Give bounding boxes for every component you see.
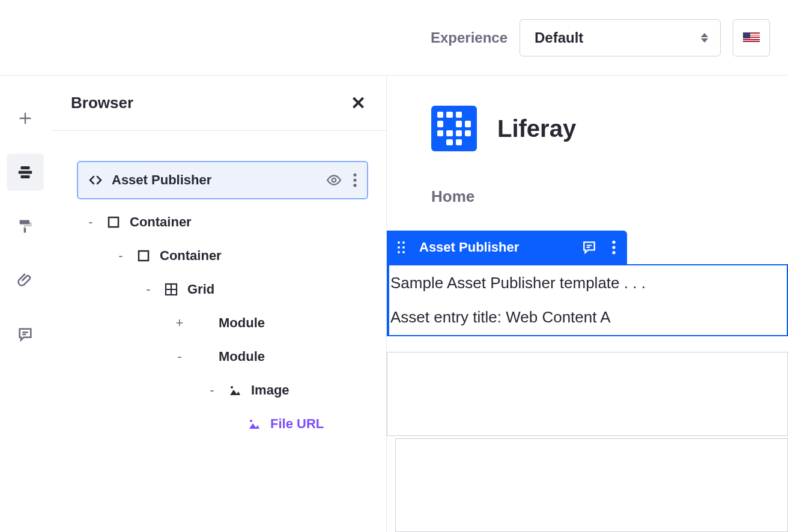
svg-point-7 [353, 178, 356, 181]
svg-point-6 [353, 174, 356, 177]
svg-rect-4 [24, 228, 26, 232]
layout-frame-outer[interactable] [387, 352, 788, 436]
tree-label: Grid [187, 282, 361, 297]
tree-item-image[interactable]: - Image [198, 373, 368, 407]
select-chevrons-icon [701, 33, 708, 43]
tree-label: Module [219, 349, 361, 364]
svg-rect-3 [20, 220, 29, 225]
experience-select[interactable]: Default [520, 19, 721, 56]
svg-point-15 [612, 246, 615, 249]
experience-value: Default [535, 29, 583, 46]
tree-item-grid[interactable]: - Grid [135, 273, 368, 306]
expand-toggle[interactable]: + [173, 315, 186, 331]
close-icon[interactable]: ✕ [351, 92, 366, 113]
brand-row: Liferay [431, 106, 788, 151]
widget-kebab-icon[interactable] [611, 240, 616, 255]
svg-point-5 [332, 178, 336, 183]
widget-body[interactable]: Sample Asset Publisher template . . . As… [387, 264, 788, 336]
svg-point-8 [353, 184, 356, 187]
paint-roller-icon [17, 218, 34, 235]
tree-label: Container [160, 248, 361, 264]
collapse-toggle[interactable]: - [173, 349, 186, 364]
tree-item-module-2[interactable]: - Module [166, 340, 368, 373]
tree-item-container-2[interactable]: - Container [107, 239, 368, 273]
plus-icon [17, 110, 34, 127]
svg-point-14 [612, 241, 615, 244]
widget-comment-icon[interactable] [581, 240, 597, 255]
square-icon [106, 215, 121, 229]
brand-name: Liferay [497, 115, 576, 142]
image-link-icon [246, 417, 262, 431]
svg-rect-1 [19, 171, 32, 174]
structure-tree: Asset Publisher - Container - Container … [50, 131, 386, 441]
svg-rect-0 [21, 166, 30, 169]
rail-browser[interactable] [7, 154, 44, 191]
tree-label: Image [251, 382, 361, 398]
code-icon [88, 173, 103, 187]
svg-rect-2 [21, 175, 30, 178]
widget-entry-text: Asset entry title: Web Content A [390, 308, 786, 327]
collapse-toggle[interactable]: - [142, 282, 155, 297]
drag-handle-icon[interactable] [398, 241, 405, 253]
layout-frame-inner[interactable] [395, 438, 788, 532]
liferay-logo-icon [431, 106, 477, 151]
tree-item-asset-publisher[interactable]: Asset Publisher [77, 161, 368, 199]
tree-label: Asset Publisher [112, 172, 318, 188]
comment-icon [17, 326, 34, 343]
square-icon [136, 249, 151, 263]
us-flag-icon [743, 32, 760, 43]
collapse-toggle[interactable]: - [84, 214, 97, 230]
left-rail [0, 76, 50, 532]
browser-icon [16, 163, 34, 181]
rail-design[interactable] [7, 208, 44, 245]
page-canvas: Liferay Home Asset Publisher Sample Asse… [387, 76, 788, 532]
tree-label: Module [219, 315, 361, 331]
image-icon [227, 383, 243, 397]
browser-header: Browser ✕ [50, 76, 386, 131]
svg-rect-10 [139, 251, 148, 261]
browser-panel: Browser ✕ Asset Publisher - Container [50, 76, 387, 532]
tree-item-container-1[interactable]: - Container [77, 205, 368, 239]
top-bar: Experience Default [0, 0, 788, 76]
eye-icon[interactable] [326, 172, 342, 188]
collapse-toggle[interactable]: - [114, 248, 127, 264]
svg-rect-9 [109, 217, 118, 227]
tree-item-file-url[interactable]: File URL [239, 407, 368, 441]
grid-icon [163, 282, 179, 297]
widget-toolbar: Asset Publisher [387, 231, 627, 264]
widget-template-text: Sample Asset Publisher template . . . [390, 274, 786, 292]
svg-point-16 [612, 251, 615, 254]
svg-point-12 [231, 386, 233, 388]
tree-label: Container [130, 214, 361, 230]
rail-add[interactable] [7, 100, 44, 137]
rail-attachments[interactable] [7, 262, 44, 299]
collapse-toggle[interactable]: - [205, 382, 219, 398]
locale-button[interactable] [733, 19, 770, 56]
svg-point-13 [250, 420, 252, 422]
widget-title: Asset Publisher [419, 240, 567, 255]
browser-title: Browser [71, 94, 133, 112]
main-area: Browser ✕ Asset Publisher - Container [0, 76, 788, 532]
experience-label: Experience [431, 29, 508, 46]
tree-item-module-1[interactable]: + Module [166, 306, 368, 340]
nav-home[interactable]: Home [431, 187, 788, 206]
tree-label: File URL [270, 416, 361, 432]
rail-comments[interactable] [7, 316, 44, 353]
paperclip-icon [17, 272, 34, 289]
kebab-icon[interactable] [353, 172, 357, 188]
